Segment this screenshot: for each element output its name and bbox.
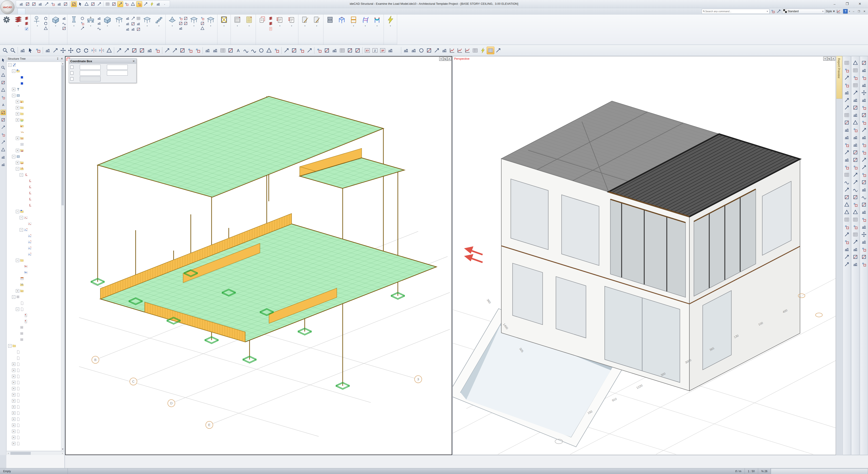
perspective-viewport[interactable]: 150910122030030003651301004003601400305 … [453, 56, 836, 455]
joint-pencil-icon[interactable] [843, 164, 850, 171]
ribbon-beam-button[interactable]: ▼ [85, 15, 96, 41]
measure-icon[interactable] [283, 47, 290, 54]
tree-item[interactable]: − [7, 92, 61, 98]
combined-footing-icon[interactable] [178, 26, 183, 31]
wall-pencil-icon[interactable] [843, 231, 850, 238]
viewport-up-button[interactable]: Λ [447, 57, 451, 61]
ribbon-slab-button[interactable]: ▼ [114, 15, 125, 41]
menu-tab-steel[interactable] [25, 8, 33, 14]
ribbon-steel-button[interactable]: ▼ [286, 15, 297, 41]
tree-toggle[interactable]: − [12, 69, 16, 73]
status-scale[interactable]: 1 : 50 [745, 468, 758, 474]
tree-item[interactable] [7, 337, 61, 343]
ribbon-modal-button[interactable]: ▼ [360, 15, 371, 41]
slab-cut-icon[interactable] [136, 27, 141, 31]
dim-123-icon[interactable] [843, 209, 850, 215]
tree-item[interactable]: − [7, 227, 61, 233]
report-footing-icon[interactable] [861, 156, 867, 163]
ribbon-wall-button[interactable]: ▼ [348, 15, 359, 41]
window-grid-icon[interactable] [338, 47, 346, 54]
pointer-icon[interactable] [0, 57, 6, 63]
frame-plain-icon[interactable] [494, 47, 502, 54]
picker-icon[interactable] [26, 47, 34, 54]
command-search[interactable]: 🔍︎ ▼ [702, 9, 770, 14]
tree-item[interactable] [7, 349, 61, 355]
report-check3-icon[interactable] [861, 224, 867, 230]
tree-item[interactable]: + [7, 435, 61, 441]
coord-y-field[interactable] [80, 70, 101, 76]
rotate-icon[interactable] [74, 47, 82, 54]
tree-toggle[interactable]: + [12, 411, 16, 415]
offset-icon[interactable] [138, 47, 146, 54]
scale-mm3-icon[interactable] [306, 47, 313, 54]
coord-z-field[interactable] [80, 77, 101, 81]
corner-pencil-icon[interactable] [843, 149, 850, 156]
ribbon-analysis-model-button[interactable] [336, 15, 347, 41]
viewport-name-button[interactable]: N [443, 57, 447, 61]
as-toggle-icon[interactable] [143, 1, 149, 7]
report-stair-icon[interactable] [861, 186, 867, 193]
hatch-grid-icon[interactable] [852, 67, 859, 73]
obj-export-icon[interactable] [843, 186, 850, 193]
bolt-run-icon[interactable] [479, 47, 487, 54]
tree-item[interactable]: − [7, 62, 61, 68]
tree-item[interactable] [7, 141, 61, 147]
footing-L-icon[interactable] [183, 16, 188, 21]
report-check2-icon[interactable] [861, 75, 867, 81]
mark-z-icon[interactable]: Z [371, 47, 379, 54]
tree-item[interactable]: − [7, 294, 61, 300]
report-section-icon[interactable] [861, 246, 867, 253]
mark-origin-icon[interactable] [386, 47, 394, 54]
frame-select-icon[interactable] [186, 47, 194, 54]
raft-column-icon[interactable] [200, 16, 205, 21]
menu-tab-connection[interactable] [33, 8, 40, 14]
status-units[interactable]: tf / m [732, 468, 745, 474]
tree-toggle[interactable]: − [20, 216, 23, 219]
report-book-icon[interactable] [861, 97, 867, 103]
stair-section-icon[interactable] [852, 224, 859, 230]
node-snap-icon[interactable] [117, 1, 123, 7]
footing-solid-icon[interactable] [852, 254, 859, 260]
tree-item[interactable] [7, 355, 61, 361]
zoom-extents-icon[interactable] [9, 47, 17, 54]
ribbon-analysis-design-button[interactable]: ▼ [385, 15, 396, 41]
stair-tool-icon[interactable] [410, 47, 417, 54]
tree-item[interactable] [7, 239, 61, 245]
panel-icon[interactable] [852, 112, 859, 118]
doc-minimize-button[interactable]: – [851, 10, 856, 13]
report-check3-icon[interactable] [861, 82, 867, 88]
coord-l-field[interactable] [107, 65, 128, 70]
report-section-icon[interactable] [861, 104, 867, 111]
layer-combo[interactable]: Standard ▼ [782, 9, 825, 14]
tree-item[interactable] [7, 270, 61, 276]
lamp-icon[interactable] [0, 132, 6, 138]
tree-item[interactable] [7, 178, 61, 184]
tree-toggle[interactable]: + [16, 289, 19, 293]
menu-tab-structural-inspection[interactable] [83, 8, 90, 14]
ribbon-axis-button[interactable]: A ▼ [32, 15, 43, 41]
camera-icon[interactable] [0, 125, 6, 130]
tree-toggle[interactable]: + [12, 381, 16, 384]
report-column-icon[interactable] [861, 149, 867, 156]
tree-item[interactable]: + [7, 410, 61, 416]
tree-toggle[interactable]: − [8, 63, 11, 67]
select-rect-icon[interactable] [204, 47, 211, 54]
footing-solid-icon[interactable] [852, 104, 859, 111]
new-document-icon[interactable] [25, 1, 31, 7]
ribbon-scaffolding-macro-button[interactable]: ▼ [218, 15, 230, 41]
column-solid-icon[interactable] [852, 97, 859, 103]
tree-toggle[interactable]: + [12, 88, 16, 91]
tree-item[interactable] [7, 325, 61, 331]
sketch-icon[interactable] [19, 47, 26, 54]
grid-pencil-icon[interactable] [843, 171, 850, 178]
report-copy-icon[interactable] [861, 59, 867, 66]
tree-item[interactable]: + [7, 428, 61, 435]
tree-toggle[interactable]: + [16, 149, 19, 152]
cross-marker-icon[interactable] [843, 142, 850, 148]
slab-load-icon[interactable] [136, 22, 141, 26]
door-icon[interactable] [211, 47, 219, 54]
angle-icon[interactable] [0, 95, 6, 100]
block-grid-icon[interactable] [852, 231, 859, 238]
status-zoom[interactable]: % 26 [758, 468, 771, 474]
tree-item[interactable] [7, 282, 61, 288]
